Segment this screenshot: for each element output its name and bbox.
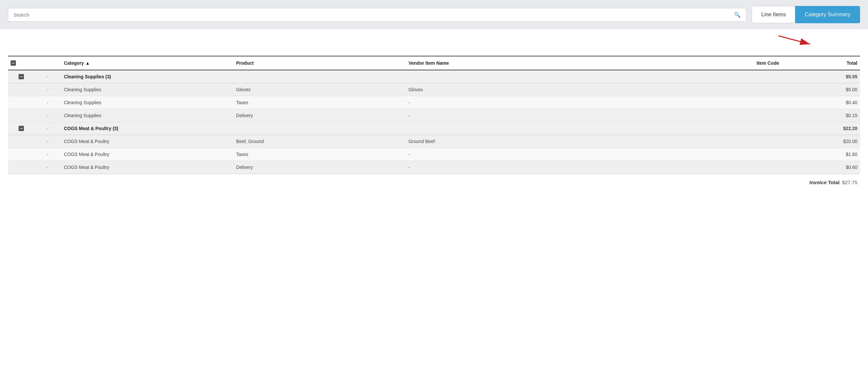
group-product-cell <box>234 122 406 135</box>
child-toggle-cell <box>8 148 34 161</box>
child-itemcode-cell <box>672 109 782 122</box>
col-header-itemcode: Item Code <box>672 56 782 70</box>
child-toggle-cell <box>8 109 34 122</box>
child-product-cell: Beef, Ground <box>234 135 406 148</box>
child-vendor-cell: - <box>406 148 672 161</box>
child-category-cell: Cleaning Supplies <box>61 96 234 109</box>
group-itemcode-cell <box>672 70 782 83</box>
child-itemcode-cell <box>672 148 782 161</box>
group-collapse-icon[interactable]: − <box>19 126 24 131</box>
tab-group: Line Items Category Summary <box>752 6 860 23</box>
search-container: 🔍 <box>8 8 746 22</box>
child-vendor-cell: - <box>406 161 672 174</box>
group-vendor-cell <box>406 122 672 135</box>
child-check-cell[interactable]: ✓ <box>34 96 61 109</box>
col-header-toggle: − <box>8 56 34 70</box>
table-row: ✓ Cleaning Supplies Gloves Gloves $5.00 <box>8 83 860 96</box>
col-header-total: Total <box>782 56 860 70</box>
invoice-total-value: $27.75 <box>842 179 858 185</box>
table-row: ✓ Cleaning Supplies Delivery - $0.15 <box>8 109 860 122</box>
child-category-cell: Cleaning Supplies <box>61 109 234 122</box>
group-check-cell[interactable]: ✓ <box>34 122 61 135</box>
child-total-cell: $20.00 <box>782 135 860 148</box>
child-category-cell: COGS Meat & Poultry <box>61 135 234 148</box>
child-itemcode-cell <box>672 96 782 109</box>
col-header-category[interactable]: Category ▲ <box>61 56 234 70</box>
child-total-cell: $5.00 <box>782 83 860 96</box>
invoice-total-row: Invoice Total $27.75 <box>8 174 860 188</box>
child-check-cell[interactable]: ✓ <box>34 161 61 174</box>
tab-line-items[interactable]: Line Items <box>752 6 795 23</box>
arrow-area <box>0 29 868 49</box>
line-items-table: − Category ▲ Product Vendor Item Name It… <box>8 56 860 174</box>
table-row: ✓ Cleaning Supplies Taxes - $0.40 <box>8 96 860 109</box>
child-check-cell[interactable]: ✓ <box>34 109 61 122</box>
col-header-check <box>34 56 61 70</box>
table-row: ✓ COGS Meat & Poultry Beef, Ground Groun… <box>8 135 860 148</box>
table-body: − ✓ Cleaning Supplies (3) $5.55 ✓ Cleani… <box>8 70 860 174</box>
search-input[interactable] <box>13 12 732 18</box>
child-total-cell: $0.15 <box>782 109 860 122</box>
child-vendor-cell: Ground Beef <box>406 135 672 148</box>
invoice-total-label: Invoice Total <box>810 179 840 185</box>
child-toggle-cell <box>8 83 34 96</box>
svg-line-1 <box>778 36 810 44</box>
group-check-cell[interactable]: ✓ <box>34 70 61 83</box>
child-vendor-cell: - <box>406 96 672 109</box>
child-category-cell: Cleaning Supplies <box>61 83 234 96</box>
arrow-icon <box>775 32 815 49</box>
child-category-cell: COGS Meat & Poultry <box>61 161 234 174</box>
main-content: − Category ▲ Product Vendor Item Name It… <box>0 49 868 195</box>
table-row: ✓ COGS Meat & Poultry Taxes - $1.60 <box>8 148 860 161</box>
group-category-cell: COGS Meat & Poultry (3) <box>61 122 234 135</box>
child-vendor-cell: - <box>406 109 672 122</box>
child-total-cell: $1.60 <box>782 148 860 161</box>
child-product-cell: Taxes <box>234 96 406 109</box>
child-toggle-cell <box>8 96 34 109</box>
child-product-cell: Delivery <box>234 109 406 122</box>
group-itemcode-cell <box>672 122 782 135</box>
header-bar: 🔍 Line Items Category Summary <box>0 0 868 29</box>
group-category-cell: Cleaning Supplies (3) <box>61 70 234 83</box>
child-total-cell: $0.60 <box>782 161 860 174</box>
table-header-row: − Category ▲ Product Vendor Item Name It… <box>8 56 860 70</box>
group-toggle-cell[interactable]: − <box>8 122 34 135</box>
child-check-cell[interactable]: ✓ <box>34 148 61 161</box>
child-check-cell[interactable]: ✓ <box>34 83 61 96</box>
child-product-cell: Gloves <box>234 83 406 96</box>
group-total-cell: $22.20 <box>782 122 860 135</box>
child-toggle-cell <box>8 161 34 174</box>
toggle-all-icon[interactable]: − <box>10 60 16 66</box>
child-itemcode-cell <box>672 161 782 174</box>
group-collapse-icon[interactable]: − <box>19 74 24 79</box>
child-product-cell: Taxes <box>234 148 406 161</box>
child-toggle-cell <box>8 135 34 148</box>
table-row: − ✓ Cleaning Supplies (3) $5.55 <box>8 70 860 83</box>
col-header-product: Product <box>234 56 406 70</box>
group-vendor-cell <box>406 70 672 83</box>
tab-category-summary[interactable]: Category Summary <box>795 6 860 23</box>
group-product-cell <box>234 70 406 83</box>
child-vendor-cell: Gloves <box>406 83 672 96</box>
group-toggle-cell[interactable]: − <box>8 70 34 83</box>
child-category-cell: COGS Meat & Poultry <box>61 148 234 161</box>
table-row: − ✓ COGS Meat & Poultry (3) $22.20 <box>8 122 860 135</box>
search-icon: 🔍 <box>734 11 741 18</box>
table-row: ✓ COGS Meat & Poultry Delivery - $0.60 <box>8 161 860 174</box>
child-check-cell[interactable]: ✓ <box>34 135 61 148</box>
child-product-cell: Delivery <box>234 161 406 174</box>
group-total-cell: $5.55 <box>782 70 860 83</box>
child-total-cell: $0.40 <box>782 96 860 109</box>
child-itemcode-cell <box>672 83 782 96</box>
child-itemcode-cell <box>672 135 782 148</box>
col-header-vendor: Vendor Item Name <box>406 56 672 70</box>
